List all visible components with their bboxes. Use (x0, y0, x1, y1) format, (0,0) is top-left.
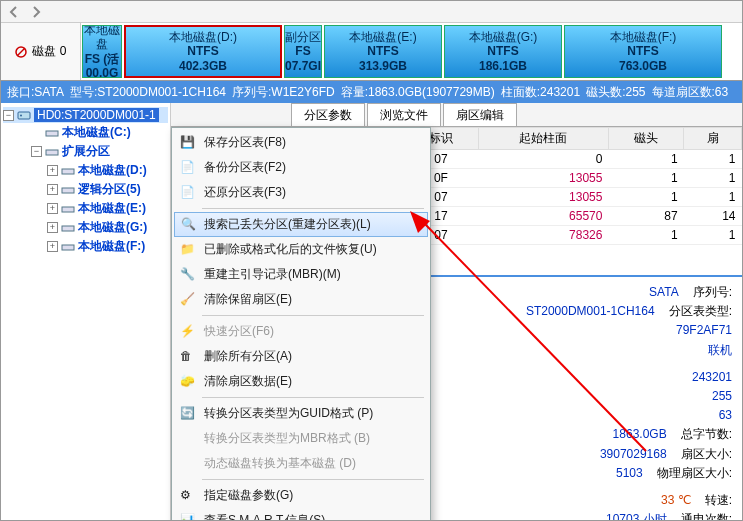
menu-item[interactable]: 🔄转换分区表类型为GUID格式 (P) (174, 401, 428, 426)
tree-item-label: 本地磁盘(E:) (78, 200, 146, 217)
menu-item-label: 清除扇区数据(E) (204, 373, 292, 390)
partition-icon (61, 240, 75, 254)
svg-rect-8 (62, 207, 74, 212)
menu-icon: 📄 (180, 160, 196, 176)
menu-icon: 🔧 (180, 267, 196, 283)
partition-icon (61, 202, 75, 216)
menu-item[interactable]: 📁已删除或格式化后的文件恢复(U) (174, 237, 428, 262)
nav-back-icon[interactable] (7, 5, 21, 19)
menu-item: ⚡快速分区(F6) (174, 319, 428, 344)
tab-browse[interactable]: 浏览文件 (367, 103, 441, 126)
expand-icon[interactable]: − (31, 146, 42, 157)
menu-item-label: 保存分区表(F8) (204, 134, 286, 151)
menu-item-label: 重建主引导记录(MBR)(M) (204, 266, 341, 283)
menu-icon: 💾 (180, 135, 196, 151)
grid-header[interactable]: 磁头 (608, 128, 683, 150)
menu-item[interactable]: 📄还原分区表(F3) (174, 180, 428, 205)
menu-item[interactable]: ⚙指定磁盘参数(G) (174, 483, 428, 508)
partition-icon (45, 145, 59, 159)
menu-icon (180, 431, 196, 447)
tabs: 分区参数 浏览文件 扇区编辑 (171, 103, 742, 127)
partition-block[interactable]: 本地磁盘(E:)NTFS313.9GB (324, 25, 442, 78)
menu-item-label: 转换分区表类型为GUID格式 (P) (204, 405, 373, 422)
disk-label: 磁盘 0 (1, 23, 81, 80)
tree-item[interactable]: +本地磁盘(E:) (3, 199, 168, 218)
partition-block[interactable]: 本地磁盘(D:)NTFS402.3GB (124, 25, 282, 78)
svg-rect-6 (62, 169, 74, 174)
menu-item[interactable]: 🧽清除扇区数据(E) (174, 369, 428, 394)
menu-item-label: 查看S.M.A.R.T.信息(S) (204, 512, 325, 521)
svg-rect-7 (62, 188, 74, 193)
menu-icon: 📁 (180, 242, 196, 258)
tab-params[interactable]: 分区参数 (291, 103, 365, 126)
menu-icon: ⚙ (180, 488, 196, 504)
menu-item-label: 删除所有分区(A) (204, 348, 292, 365)
expand-icon[interactable]: + (47, 203, 58, 214)
menu-item: 转换分区表类型为MBR格式 (B) (174, 426, 428, 451)
menu-item[interactable]: 📊查看S.M.A.R.T.信息(S) (174, 508, 428, 521)
menu-separator (202, 397, 424, 398)
context-menu: 💾保存分区表(F8)📄备份分区表(F2)📄还原分区表(F3)🔍搜索已丢失分区(重… (171, 127, 431, 521)
svg-rect-4 (46, 131, 58, 136)
forbidden-icon (14, 45, 28, 59)
partition-block[interactable]: 副分区FS07.7GI (284, 25, 322, 78)
info-model: 型号:ST2000DM001-1CH164 (70, 84, 226, 101)
menu-item[interactable]: 🧹清除保留扇区(E) (174, 287, 428, 312)
expand-icon[interactable]: + (47, 222, 58, 233)
menu-item[interactable]: 🗑删除所有分区(A) (174, 344, 428, 369)
expand-icon[interactable]: + (47, 165, 58, 176)
menu-icon: 🔍 (181, 217, 197, 233)
partition-icon (45, 126, 59, 140)
menu-item-label: 动态磁盘转换为基本磁盘 (D) (204, 455, 356, 472)
info-bar: 接口:SATA 型号:ST2000DM001-1CH164 序列号:W1E2Y6… (1, 81, 742, 103)
tree-item[interactable]: −扩展分区 (3, 142, 168, 161)
menu-item-label: 转换分区表类型为MBR格式 (B) (204, 430, 370, 447)
menu-item[interactable]: 📄备份分区表(F2) (174, 155, 428, 180)
info-iface: 接口:SATA (7, 84, 64, 101)
disk-strip: 磁盘 0 本地磁盘FS (活00.0G本地磁盘(D:)NTFS402.3GB副分… (1, 23, 742, 81)
tree-item[interactable]: +本地磁盘(D:) (3, 161, 168, 180)
tree-item[interactable]: +本地磁盘(F:) (3, 237, 168, 256)
disk-number: 磁盘 0 (32, 43, 66, 60)
menu-icon: 🧹 (180, 292, 196, 308)
menu-item[interactable]: 🔧重建主引导记录(MBR)(M) (174, 262, 428, 287)
tab-sector[interactable]: 扇区编辑 (443, 103, 517, 126)
tree-item[interactable]: +逻辑分区(5) (3, 180, 168, 199)
menu-icon (180, 456, 196, 472)
tree-item-label: 扩展分区 (62, 143, 110, 160)
partition-icon (61, 221, 75, 235)
menu-item-label: 清除保留扇区(E) (204, 291, 292, 308)
menu-icon: 📄 (180, 185, 196, 201)
menu-icon: 🔄 (180, 406, 196, 422)
expand-icon[interactable]: − (3, 110, 14, 121)
menu-item-label: 搜索已丢失分区(重建分区表)(L) (204, 216, 371, 233)
menu-icon: 📊 (180, 513, 196, 522)
grid-header[interactable]: 起始柱面 (479, 128, 609, 150)
nav-fwd-icon[interactable] (29, 5, 43, 19)
info-spt: 每道扇区数:63 (652, 84, 729, 101)
menu-separator (202, 479, 424, 480)
svg-rect-9 (62, 226, 74, 231)
menu-item[interactable]: 💾保存分区表(F8) (174, 130, 428, 155)
svg-line-1 (17, 48, 25, 56)
partition-block[interactable]: 本地磁盘(F:)NTFS763.0GB (564, 25, 722, 78)
expand-icon[interactable]: + (47, 184, 58, 195)
grid-header[interactable]: 扇 (684, 128, 742, 150)
menu-item-label: 已删除或格式化后的文件恢复(U) (204, 241, 377, 258)
svg-rect-10 (62, 245, 74, 250)
tree-item-label: 本地磁盘(C:) (62, 124, 131, 141)
expand-icon[interactable]: + (47, 241, 58, 252)
svg-rect-5 (46, 150, 58, 155)
tree-root-label: HD0:ST2000DM001-1 (34, 108, 159, 122)
tree-item-label: 逻辑分区(5) (78, 181, 141, 198)
tree-panel: − HD0:ST2000DM001-1 本地磁盘(C:)−扩展分区+本地磁盘(D… (1, 103, 171, 521)
tree-item[interactable]: 本地磁盘(C:) (3, 123, 168, 142)
tree-item[interactable]: +本地磁盘(G:) (3, 218, 168, 237)
menu-item[interactable]: 🔍搜索已丢失分区(重建分区表)(L) (174, 212, 428, 237)
tree-item-label: 本地磁盘(F:) (78, 238, 145, 255)
partition-block[interactable]: 本地磁盘FS (活00.0G (82, 25, 122, 78)
tree-root[interactable]: − HD0:ST2000DM001-1 (3, 107, 168, 123)
menu-separator (202, 315, 424, 316)
partition-block[interactable]: 本地磁盘(G:)NTFS186.1GB (444, 25, 562, 78)
toolbar (1, 1, 742, 23)
